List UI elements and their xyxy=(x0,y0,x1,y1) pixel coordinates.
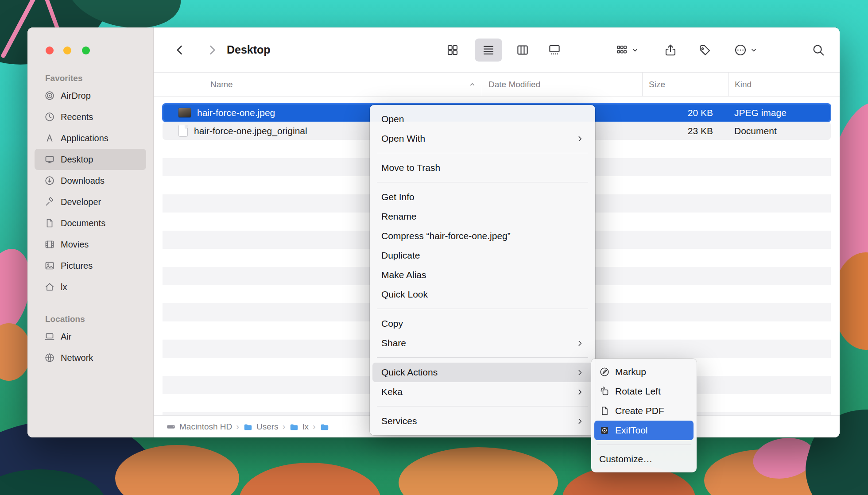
sidebar-item-applications[interactable]: Applications xyxy=(35,128,146,149)
column-header-name[interactable]: Name xyxy=(154,73,482,96)
sidebar-item-label: Developer xyxy=(61,197,101,207)
hammer-icon xyxy=(44,197,55,207)
submenu-item-markup[interactable]: Markup xyxy=(594,362,694,382)
downloads-icon xyxy=(44,175,55,186)
film-icon xyxy=(44,239,55,250)
submenu-item-exiftool[interactable]: ExifTool xyxy=(594,421,694,440)
sidebar-item-downloads[interactable]: Downloads xyxy=(35,170,146,191)
menu-item-get-info[interactable]: Get Info xyxy=(372,187,593,207)
path-separator: › xyxy=(313,422,316,432)
exiftool-icon xyxy=(599,425,610,436)
submenu-item-create-pdf[interactable]: Create PDF xyxy=(594,401,694,421)
path-item-truncated[interactable] xyxy=(320,422,329,432)
sidebar-item-network[interactable]: Network xyxy=(35,347,146,368)
menu-item-keka[interactable]: Keka xyxy=(372,382,593,402)
forward-button[interactable] xyxy=(206,44,218,56)
sidebar-item-label: Documents xyxy=(61,218,105,228)
sidebar-item-desktop[interactable]: Desktop xyxy=(35,149,146,170)
clock-icon xyxy=(44,112,55,122)
disk-icon xyxy=(166,422,176,432)
folder-icon xyxy=(243,422,253,432)
menu-item-quick-actions[interactable]: Quick Actions xyxy=(372,363,593,382)
sidebar-item-label: Desktop xyxy=(61,155,93,165)
column-header-date-modified[interactable]: Date Modified xyxy=(482,72,642,97)
file-name: hair-force-one.jpeg xyxy=(197,108,275,118)
menu-separator xyxy=(377,357,588,358)
group-button[interactable] xyxy=(615,43,628,57)
chevron-right-icon xyxy=(576,340,584,347)
menu-item-compress[interactable]: Compress “hair-force-one.jpeg” xyxy=(372,226,593,246)
sidebar-item-label: Downloads xyxy=(61,176,105,186)
more-actions-button[interactable] xyxy=(734,43,747,57)
menu-item-duplicate[interactable]: Duplicate xyxy=(372,246,593,265)
wallpaper-stone-shape xyxy=(0,323,31,381)
context-menu: Open Open With Move to Trash Get Info Re… xyxy=(370,105,595,435)
submenu-item-rotate-left[interactable]: Rotate Left xyxy=(594,382,694,401)
home-icon xyxy=(44,282,55,292)
sidebar-item-air[interactable]: Air xyxy=(35,326,146,347)
path-item-macintosh-hd[interactable]: Macintosh HD xyxy=(166,422,232,432)
column-header-kind[interactable]: Kind xyxy=(728,72,840,97)
menu-item-move-to-trash[interactable]: Move to Trash xyxy=(372,158,593,178)
column-header-size[interactable]: Size xyxy=(642,72,728,97)
airdrop-icon xyxy=(44,90,55,101)
share-button[interactable] xyxy=(664,43,677,57)
group-chevron-down-icon[interactable] xyxy=(632,46,639,54)
favorites-section-header: Favorites xyxy=(45,73,153,83)
menu-separator xyxy=(377,182,588,182)
zoom-window-button[interactable] xyxy=(82,46,90,54)
locations-section-header: Locations xyxy=(45,314,153,324)
back-button[interactable] xyxy=(174,44,186,56)
gallery-view-button[interactable] xyxy=(548,43,561,57)
laptop-icon xyxy=(44,331,55,342)
sidebar-item-label: Applications xyxy=(61,133,108,143)
sidebar: Favorites AirDrop Recents Applications D… xyxy=(27,27,154,437)
list-view-button[interactable] xyxy=(482,43,495,57)
icon-view-button[interactable] xyxy=(446,43,459,57)
file-size-cell: 23 KB xyxy=(639,126,725,136)
menu-item-open[interactable]: Open xyxy=(372,109,593,129)
image-thumbnail-icon xyxy=(178,108,191,117)
wallpaper-stone-shape xyxy=(239,463,381,495)
file-kind-cell: Document xyxy=(725,126,831,136)
submenu-item-customize[interactable]: Customize… xyxy=(594,449,694,469)
sidebar-item-label: Pictures xyxy=(61,261,93,271)
tag-button[interactable] xyxy=(698,43,712,57)
quick-actions-submenu: Markup Rotate Left Create PDF ExifTool C… xyxy=(591,359,697,472)
menu-item-share[interactable]: Share xyxy=(372,333,593,353)
chevron-right-icon xyxy=(576,135,584,143)
path-item-users[interactable]: Users xyxy=(243,422,279,432)
sidebar-item-label: Movies xyxy=(61,240,89,250)
file-size-cell: 20 KB xyxy=(639,108,725,118)
sidebar-item-label: Network xyxy=(61,353,93,363)
sidebar-item-pictures[interactable]: Pictures xyxy=(35,255,146,276)
menu-item-rename[interactable]: Rename xyxy=(372,207,593,226)
sidebar-item-airdrop[interactable]: AirDrop xyxy=(35,85,146,106)
photo-icon xyxy=(44,260,55,271)
search-icon[interactable] xyxy=(812,43,825,57)
folder-icon xyxy=(320,422,329,432)
menu-item-services[interactable]: Services xyxy=(372,411,593,431)
sidebar-item-developer[interactable]: Developer xyxy=(35,191,146,213)
sidebar-item-home[interactable]: lx xyxy=(35,276,146,298)
menu-item-open-with[interactable]: Open With xyxy=(372,129,593,148)
chevron-right-icon xyxy=(576,369,584,376)
sidebar-item-recents[interactable]: Recents xyxy=(35,106,146,128)
menu-item-make-alias[interactable]: Make Alias xyxy=(372,265,593,285)
close-window-button[interactable] xyxy=(46,46,54,54)
menu-item-quick-look[interactable]: Quick Look xyxy=(372,285,593,304)
sort-chevron-up-icon xyxy=(469,81,476,88)
menu-item-copy[interactable]: Copy xyxy=(372,314,593,333)
file-kind-cell: JPEG image xyxy=(725,108,831,118)
minimize-window-button[interactable] xyxy=(63,46,71,54)
document-icon xyxy=(44,218,55,228)
column-view-button[interactable] xyxy=(516,43,529,57)
sidebar-item-movies[interactable]: Movies xyxy=(35,234,146,255)
file-name: hair-force-one.jpeg_original xyxy=(194,126,307,136)
path-item-lx[interactable]: lx xyxy=(289,422,309,432)
sidebar-item-documents[interactable]: Documents xyxy=(35,213,146,234)
sidebar-item-label: AirDrop xyxy=(61,91,91,101)
path-separator: › xyxy=(236,422,239,432)
more-chevron-down-icon[interactable] xyxy=(750,46,757,54)
chevron-right-icon xyxy=(576,388,584,396)
